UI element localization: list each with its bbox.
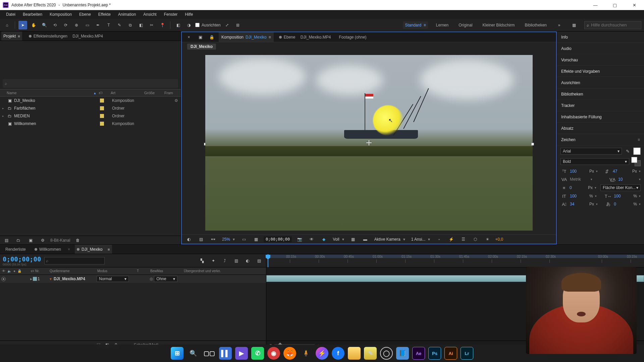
project-item-folder[interactable]: ▸ 🗀 MEDIEN Ordner: [0, 112, 181, 120]
lock-icon[interactable]: 🔒: [207, 33, 216, 42]
pen-tool[interactable]: ✒: [94, 21, 102, 29]
flowchart-icon[interactable]: ⬡: [471, 235, 480, 244]
blend-mode-dropdown[interactable]: Normal▾: [97, 276, 129, 282]
trash-icon[interactable]: 🗑: [73, 236, 82, 245]
mask-toggle-icon[interactable]: ▤: [197, 235, 205, 244]
file-explorer-icon[interactable]: [348, 347, 361, 360]
panel-tracker[interactable]: Tracker: [557, 100, 644, 111]
motion-blur-icon[interactable]: ◐: [243, 256, 252, 265]
facebook-icon[interactable]: f: [332, 347, 344, 360]
hand-tool[interactable]: ✋: [29, 21, 38, 29]
tab-layer[interactable]: Ebene DJI_Mexiko.MP4: [276, 32, 334, 42]
menu-edit[interactable]: Bearbeiten: [19, 12, 46, 17]
color-depth-button[interactable]: 8-Bit-Kanal: [50, 238, 70, 243]
menu-animation[interactable]: Animation: [115, 12, 139, 17]
layer-color-label[interactable]: [33, 277, 37, 281]
track-matte-dropdown[interactable]: Ohne▾: [154, 276, 177, 282]
panel-paragraph[interactable]: Absatz: [557, 123, 644, 134]
fast-preview-icon[interactable]: ⚡: [447, 235, 455, 244]
views-dropdown[interactable]: 1 Ansi...: [410, 237, 432, 242]
project-item-comp[interactable]: ▣ DJI_Mexiko Komposition ⚙: [0, 97, 181, 104]
panel-preview[interactable]: Vorschau: [557, 54, 644, 66]
tab-project[interactable]: Projekt≡: [1, 32, 22, 41]
color-label[interactable]: [100, 122, 104, 126]
brush-tool[interactable]: ✎: [115, 21, 124, 29]
new-comp-icon[interactable]: ▣: [26, 236, 35, 245]
col-label-icon[interactable]: 🏷: [99, 91, 111, 95]
tab-timeline-active[interactable]: DJI_Mexiko ≡: [75, 245, 112, 254]
after-effects-icon[interactable]: Ae: [412, 347, 425, 360]
frame-blend-icon[interactable]: ▥: [232, 256, 240, 265]
tab-effect-controls[interactable]: Effekteinstellungen DJI_Mexiko.MP4: [27, 32, 105, 41]
selection-handle[interactable]: [531, 143, 534, 145]
camera-dropdown[interactable]: Aktive Kamera: [373, 237, 407, 242]
orbit-tool[interactable]: ⟲: [51, 21, 59, 29]
panel-align[interactable]: Ausrichten: [557, 77, 644, 88]
panel-character[interactable]: Zeichen ≡: [557, 134, 644, 145]
obs-icon[interactable]: ◯: [380, 347, 393, 360]
tab-welcome[interactable]: Willkommen: [33, 245, 63, 254]
help-search[interactable]: ⌕: [584, 21, 641, 29]
project-settings-icon[interactable]: ⚙: [38, 236, 47, 245]
channel-icon[interactable]: ◆: [319, 235, 328, 244]
stroke-option-icon[interactable]: ◑: [184, 21, 193, 29]
h-scale-value[interactable]: 100: [614, 194, 633, 198]
current-time[interactable]: 0;00;00;00: [3, 255, 41, 263]
project-item-folder[interactable]: ▸ 🗀 Farbflächen Ordner: [0, 104, 181, 112]
type-tool[interactable]: T: [104, 21, 113, 29]
lock-column-icon[interactable]: 🔒: [17, 269, 21, 273]
panel-menu-icon[interactable]: ≡: [638, 137, 640, 142]
panel-content-aware-fill[interactable]: Inhaltsbasierte Füllung: [557, 111, 644, 123]
current-time-indicator[interactable]: [268, 254, 268, 267]
exposure-value[interactable]: +0,0: [495, 237, 503, 242]
current-time-display[interactable]: 0;00;00;00: [264, 236, 292, 242]
snap-options-icon[interactable]: ⤢: [223, 21, 231, 29]
audio-column-icon[interactable]: 🔈: [7, 269, 11, 273]
font-style-dropdown[interactable]: Bold▾: [560, 158, 629, 165]
panel-audio[interactable]: Audio: [557, 43, 644, 54]
leading-value[interactable]: 47: [613, 169, 632, 174]
anchor-tool[interactable]: ⊕: [72, 21, 81, 29]
baseline-value[interactable]: 34: [570, 202, 589, 206]
selection-tool[interactable]: ➤: [18, 21, 27, 29]
show-snapshot-icon[interactable]: 👁: [307, 235, 316, 244]
fill-color-swatch[interactable]: [633, 147, 641, 155]
video-app-icon[interactable]: ▶: [235, 347, 248, 360]
font-size-value[interactable]: 100: [570, 169, 589, 174]
taskbar-search-icon[interactable]: 🔍: [187, 347, 200, 360]
new-folder-icon[interactable]: 🗀: [14, 236, 23, 245]
color-label[interactable]: [100, 99, 104, 103]
stroke-width-value[interactable]: 0: [570, 185, 587, 190]
roto-tool[interactable]: ✂: [147, 21, 156, 29]
menu-effects[interactable]: Effekte: [95, 12, 114, 17]
panel-libraries[interactable]: Bibliotheken: [557, 88, 644, 100]
col-frame[interactable]: Fram: [164, 91, 173, 95]
exposure-reset-icon[interactable]: ☀: [483, 235, 492, 244]
project-search[interactable]: ⌕: [3, 79, 178, 88]
snap-toggle[interactable]: Ausrichten: [195, 23, 221, 27]
minimize-button[interactable]: —: [586, 0, 605, 10]
illustrator-icon[interactable]: Ai: [444, 347, 457, 360]
3d-glasses-icon[interactable]: 👓: [209, 235, 217, 244]
workspace-original[interactable]: Original: [457, 21, 474, 29]
lightroom-icon[interactable]: Lr: [461, 347, 473, 360]
solo-column-icon[interactable]: ●: [13, 269, 15, 273]
color-label[interactable]: [100, 106, 104, 110]
visibility-toggle[interactable]: [1, 277, 6, 281]
col-size[interactable]: Größe: [144, 91, 164, 95]
close-button[interactable]: ✕: [625, 0, 644, 10]
zoom-dropdown[interactable]: 25%: [221, 237, 236, 242]
label-column-icon[interactable]: 🏷: [31, 269, 34, 273]
flowchart-crumb[interactable]: DJI_Mexiko: [187, 44, 216, 50]
panel-info[interactable]: Info: [557, 32, 644, 43]
stroke-mode-dropdown[interactable]: Fläche über Kon...▾: [600, 184, 641, 191]
timeline-layer-row[interactable]: ▸ 1 ▼ DJI_Mexiko.MP4 Normal▾ ◎: [0, 275, 266, 283]
tracking-value[interactable]: 10: [618, 177, 637, 182]
menu-layer[interactable]: Ebene: [76, 12, 94, 17]
rotate-tool[interactable]: ⟳: [61, 21, 70, 29]
color-label[interactable]: [100, 114, 104, 118]
workspace-small-screen[interactable]: Kleiner Bildschirm: [481, 21, 517, 29]
contacts-icon[interactable]: 🧍: [300, 347, 312, 360]
hide-shy-icon[interactable]: ⤴: [220, 256, 229, 265]
eyedropper-icon[interactable]: ✎: [624, 148, 631, 154]
